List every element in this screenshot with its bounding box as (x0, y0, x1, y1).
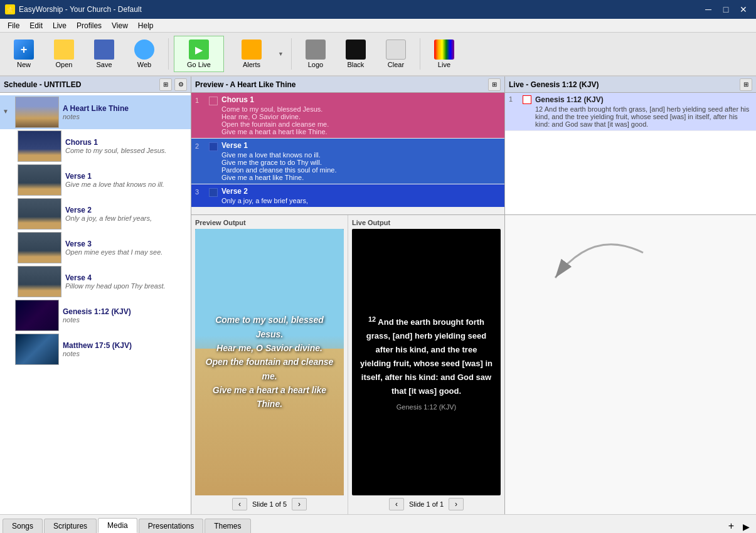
black-button[interactable]: Black (337, 36, 375, 72)
live-header: Live - Genesis 1:12 (KJV) ⊞ (505, 77, 756, 93)
collapse-arrow[interactable] (3, 311, 11, 320)
item-title: Matthew 17:5 (KJV) (63, 341, 188, 350)
collapse-arrow[interactable] (3, 345, 11, 354)
schedule-thumb (18, 198, 61, 230)
item-sub: notes (63, 113, 188, 120)
live-panel: Live - Genesis 1:12 (KJV) ⊞ 1 Genesis 1:… (505, 77, 756, 514)
schedule-subitem[interactable]: Verse 3 Open mine eyes that I may see. (0, 231, 191, 265)
maximize-button[interactable]: □ (718, 3, 733, 16)
clear-button[interactable]: Clear (377, 36, 415, 72)
preview-grid-btn[interactable]: ⊞ (488, 78, 501, 91)
alerts-icon (242, 40, 262, 60)
next-slide-btn[interactable]: › (292, 498, 307, 510)
schedule-item[interactable]: Genesis 1:12 (KJV) notes (0, 298, 191, 332)
schedule-header: Schedule - UNTITLED ⊞ ⚙ (0, 77, 191, 93)
schedule-thumb (15, 300, 59, 331)
live-screen[interactable]: 12 And the earth brought forth grass, [a… (352, 229, 501, 495)
alerts-button[interactable]: Alerts (226, 36, 277, 72)
alerts-dropdown[interactable]: Alerts ▼ (226, 36, 286, 72)
schedule-subitem[interactable]: Chorus 1 Come to my soul, blessed Jesus. (0, 129, 191, 163)
schedule-item-info: Genesis 1:12 (KJV) notes (63, 307, 188, 324)
toolbar: + New Open Save Web ▶ Go Live Alerts ▼ L… (0, 33, 756, 77)
live-slide-info-block: Genesis 1:12 (KJV) 12 And the earth brou… (535, 95, 752, 128)
tab-scriptures[interactable]: Scriptures (44, 519, 97, 533)
tab-media[interactable]: Media (98, 518, 137, 533)
schedule-item[interactable]: Matthew 17:5 (KJV) notes (0, 332, 191, 366)
golive-icon: ▶ (189, 40, 209, 60)
prev-slide-btn[interactable]: ‹ (232, 498, 247, 510)
schedule-thumb (15, 97, 59, 128)
app-icon: ⭐ (5, 4, 15, 14)
minimize-button[interactable]: ─ (701, 3, 716, 16)
item-sub: Only a joy, a few brief years, (65, 214, 188, 222)
menu-view[interactable]: View (107, 20, 133, 31)
window-title: EasyWorship - Your Church - Default (19, 5, 701, 14)
preview-nav: ‹ Slide 1 of 5 › (195, 498, 344, 510)
slide-label: Verse 1 (221, 141, 336, 150)
live-verse-text: 12 And the earth brought forth grass, [a… (359, 314, 493, 399)
schedule-settings-btn[interactable]: ⚙ (174, 78, 187, 91)
new-icon: + (14, 40, 34, 60)
schedule-item-info: Verse 4 Pillow my head upon Thy breast. (65, 273, 188, 290)
live-grid-btn[interactable]: ⊞ (740, 78, 752, 91)
item-title: Verse 2 (65, 206, 188, 214)
slide-row[interactable]: 3 Verse 2 Only a joy, a few brief years, (191, 184, 504, 208)
bottom-tabs-bar: Songs Scriptures Media Presentations The… (0, 514, 756, 533)
title-bar: ⭐ EasyWorship - Your Church - Default ─ … (0, 0, 756, 19)
web-button[interactable]: Web (125, 36, 163, 72)
live-output: Live Output 12 And the earth brought for… (348, 215, 504, 514)
schedule-item-info: Chorus 1 Come to my soul, blessed Jesus. (65, 138, 188, 154)
item-sub: Pillow my head upon Thy breast. (65, 282, 188, 290)
live-slide-info: Slide 1 of 1 (409, 500, 444, 508)
save-button[interactable]: Save (85, 36, 123, 72)
new-button[interactable]: + New (5, 36, 43, 72)
live-nav: ‹ Slide 1 of 1 › (352, 498, 501, 510)
live-next-btn[interactable]: › (449, 498, 464, 510)
live-title: Live - Genesis 1:12 (KJV) (509, 80, 599, 89)
preview-output-area: Preview Output Come to my soul, blessed … (191, 215, 504, 514)
golive-button[interactable]: ▶ Go Live (174, 36, 224, 72)
slide-icon (209, 97, 218, 105)
logo-icon (306, 40, 326, 60)
tab-songs[interactable]: Songs (3, 519, 43, 533)
schedule-subitem[interactable]: Verse 1 Give me a love that knows no ill… (0, 163, 191, 197)
alerts-dropdown-arrow[interactable]: ▼ (278, 51, 284, 57)
verse-num: 12 (368, 315, 376, 323)
item-sub: Give me a love that knows no ill. (65, 181, 188, 188)
save-icon (94, 40, 114, 60)
schedule-item[interactable]: ▼ A Heart Like Thine notes (0, 95, 191, 129)
schedule-subitem[interactable]: Verse 4 Pillow my head upon Thy breast. (0, 265, 191, 298)
annotation-svg (505, 215, 756, 514)
tab-add-btn[interactable]: + (723, 519, 739, 533)
logo-button[interactable]: Logo (297, 36, 334, 72)
schedule-subitem[interactable]: Verse 2 Only a joy, a few brief years, (0, 197, 191, 231)
item-title: Chorus 1 (65, 138, 188, 147)
menu-profiles[interactable]: Profiles (72, 20, 107, 31)
item-sub: Open mine eyes that I may see. (65, 248, 188, 256)
slide-content: Chorus 1 Come to my soul, blessed Jesus.… (221, 95, 329, 135)
slide-info: Slide 1 of 5 (252, 500, 287, 508)
tab-nav-btn[interactable]: ▶ (739, 520, 753, 533)
live-button[interactable]: Live (425, 36, 463, 72)
slide-row[interactable]: 1 Chorus 1 Come to my soul, blessed Jesu… (191, 93, 504, 139)
menu-file[interactable]: File (3, 20, 24, 31)
menu-live[interactable]: Live (48, 20, 72, 31)
tab-themes[interactable]: Themes (205, 519, 250, 533)
item-sub: Come to my soul, blessed Jesus. (65, 147, 188, 154)
live-slide-row[interactable]: 1 Genesis 1:12 (KJV) 12 And the earth br… (505, 93, 756, 131)
live-prev-btn[interactable]: ‹ (389, 498, 404, 510)
window-controls: ─ □ ✕ (701, 3, 751, 16)
menu-help[interactable]: Help (133, 20, 159, 31)
live-panel-area (505, 215, 756, 514)
tab-presentations[interactable]: Presentations (139, 519, 203, 533)
open-button[interactable]: Open (45, 36, 83, 72)
menu-edit[interactable]: Edit (24, 20, 48, 31)
open-icon (54, 40, 74, 60)
slide-row[interactable]: 2 Verse 1 Give me a love that knows no i… (191, 139, 504, 184)
live-slide-text: 12 And the earth brought forth grass, [a… (535, 105, 752, 128)
schedule-grid-btn[interactable]: ⊞ (159, 78, 172, 91)
preview-screen[interactable]: Come to my soul, blessed Jesus.Hear me, … (195, 229, 344, 495)
collapse-arrow[interactable]: ▼ (3, 108, 11, 117)
close-button[interactable]: ✕ (736, 3, 751, 16)
preview-header-controls: ⊞ (488, 78, 501, 91)
